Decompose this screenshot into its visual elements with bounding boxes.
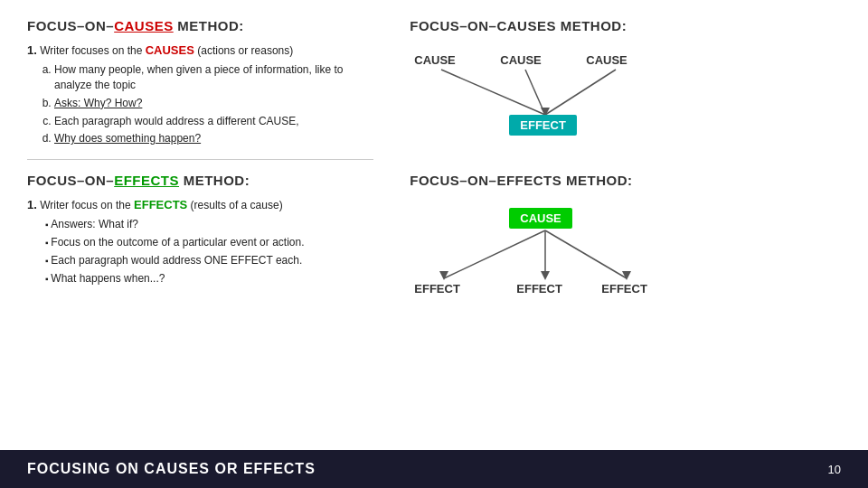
effects-item-1: Answers: What if? [45,217,373,232]
causes-section-title: FOCUS–ON–CAUSES METHOD: [27,18,373,33]
effects-diagram: CAUSE EFFECT EFFECT EFFECT [410,199,681,316]
footer-text: FOCUSING ON CAUSES OR EFFECTS [27,461,316,477]
effect-label-1: EFFECT [414,282,460,296]
effects-section-title: FOCUS–ON–EFFECTS METHOD: [27,173,373,188]
causes-item-c: Each paragraph would address a different… [54,114,373,129]
svg-marker-7 [439,271,448,280]
causes-diagram-title: FOCUS–ON–CAUSES METHOD: [410,18,841,33]
cause-label-2: CAUSE [500,53,542,67]
causes-list: How many people, when given a piece of i… [54,62,373,146]
cause-green-box: CAUSE [509,208,572,229]
right-panel: FOCUS–ON–CAUSES METHOD: CAUSE CAUSE [392,18,841,434]
causes-item-a: How many people, when given a piece of i… [54,62,373,93]
footer-bar: FOCUSING ON CAUSES OR EFFECTS 10 [0,450,868,488]
effects-intro: 1. Writer focus on the EFFECTS (results … [27,197,373,213]
effects-list: Answers: What if? Focus on the outcome o… [45,217,373,286]
footer-page: 10 [828,463,841,476]
causes-item-d: Why does something happen? [54,131,373,146]
svg-marker-8 [541,271,550,280]
effects-item-3: Each paragraph would address ONE EFFECT … [45,253,373,268]
causes-intro: 1. Writer focuses on the CAUSES (actions… [27,42,373,59]
effect-label-3: EFFECT [601,282,647,296]
effect-box: EFFECT [509,115,577,136]
causes-diagram: CAUSE CAUSE CAUSE EFFECT [410,44,681,153]
left-panel: FOCUS–ON–CAUSES METHOD: 1. Writer focuse… [27,18,392,434]
effects-item-2: Focus on the outcome of a particular eve… [45,235,373,250]
effects-diagram-title: FOCUS–ON–EFFECTS METHOD: [410,173,841,188]
svg-line-0 [441,70,545,115]
causes-diagram-section: FOCUS–ON–CAUSES METHOD: CAUSE CAUSE [410,18,841,153]
svg-line-6 [545,230,627,278]
effects-item-4: What happens when...? [45,271,373,286]
svg-marker-9 [622,271,631,280]
effect-label-2: EFFECT [516,282,562,296]
effects-diagram-section: FOCUS–ON–EFFECTS METHOD: [410,173,841,316]
causes-item-b: Asks: Why? How? [54,96,373,111]
cause-label-1: CAUSE [414,53,456,67]
svg-line-2 [545,70,616,115]
section-divider [27,159,373,160]
svg-line-4 [444,230,545,278]
cause-label-3: CAUSE [586,53,627,67]
